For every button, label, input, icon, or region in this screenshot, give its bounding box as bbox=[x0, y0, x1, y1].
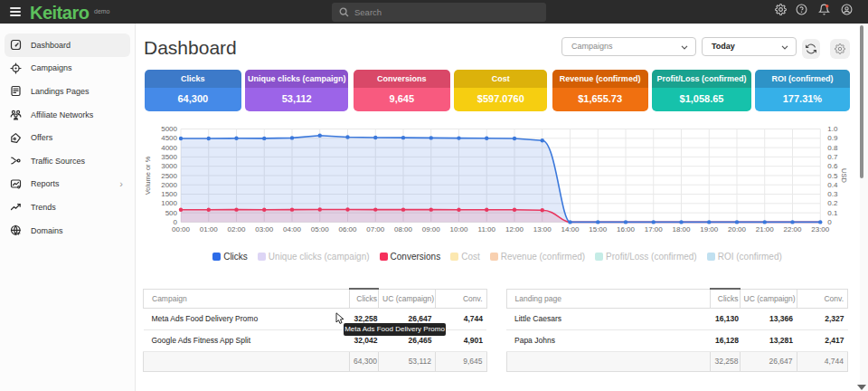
svg-text:20:00: 20:00 bbox=[728, 225, 747, 234]
svg-text:500: 500 bbox=[165, 209, 178, 217]
svg-text:23:00: 23:00 bbox=[811, 225, 830, 234]
svg-text:01:00: 01:00 bbox=[200, 225, 219, 234]
svg-text:14:00: 14:00 bbox=[561, 225, 580, 234]
svg-text:3500: 3500 bbox=[161, 153, 177, 161]
svg-text:0.1: 0.1 bbox=[827, 209, 838, 217]
svg-text:15:00: 15:00 bbox=[589, 225, 608, 234]
svg-text:04:00: 04:00 bbox=[283, 225, 302, 234]
svg-text:0.7: 0.7 bbox=[827, 153, 838, 161]
svg-text:0.6: 0.6 bbox=[827, 162, 838, 170]
svg-text:09:00: 09:00 bbox=[422, 225, 441, 234]
svg-text:0.8: 0.8 bbox=[827, 144, 838, 152]
svg-text:1500: 1500 bbox=[161, 190, 177, 198]
svg-text:10:00: 10:00 bbox=[449, 225, 468, 234]
svg-text:21:00: 21:00 bbox=[756, 225, 775, 234]
svg-text:07:00: 07:00 bbox=[366, 225, 385, 234]
svg-text:1.0: 1.0 bbox=[827, 125, 838, 133]
svg-text:0.3: 0.3 bbox=[827, 190, 838, 198]
svg-text:1000: 1000 bbox=[161, 199, 177, 207]
svg-text:0.9: 0.9 bbox=[827, 134, 838, 142]
svg-text:00:00: 00:00 bbox=[172, 225, 191, 234]
svg-text:16:00: 16:00 bbox=[617, 225, 636, 234]
svg-text:12:00: 12:00 bbox=[505, 225, 524, 234]
svg-text:4500: 4500 bbox=[161, 134, 177, 142]
svg-text:3000: 3000 bbox=[161, 162, 177, 170]
svg-text:2500: 2500 bbox=[161, 172, 177, 180]
svg-text:0.5: 0.5 bbox=[827, 172, 838, 180]
svg-text:0.4: 0.4 bbox=[827, 181, 838, 189]
svg-text:08:00: 08:00 bbox=[394, 225, 413, 234]
svg-text:02:00: 02:00 bbox=[227, 225, 246, 234]
svg-text:17:00: 17:00 bbox=[645, 225, 664, 234]
svg-text:06:00: 06:00 bbox=[338, 225, 357, 234]
svg-text:5000: 5000 bbox=[161, 125, 177, 133]
svg-text:05:00: 05:00 bbox=[311, 225, 330, 234]
svg-text:Volume or %: Volume or % bbox=[144, 156, 152, 195]
svg-text:22:00: 22:00 bbox=[783, 225, 802, 234]
svg-text:18:00: 18:00 bbox=[672, 225, 691, 234]
svg-text:USD: USD bbox=[840, 168, 848, 183]
svg-text:03:00: 03:00 bbox=[255, 225, 274, 234]
svg-text:13:00: 13:00 bbox=[533, 225, 552, 234]
svg-text:0.2: 0.2 bbox=[827, 199, 838, 207]
svg-text:2000: 2000 bbox=[161, 181, 177, 189]
svg-text:11:00: 11:00 bbox=[478, 225, 496, 234]
svg-text:19:00: 19:00 bbox=[700, 225, 719, 234]
svg-text:4000: 4000 bbox=[161, 144, 177, 152]
